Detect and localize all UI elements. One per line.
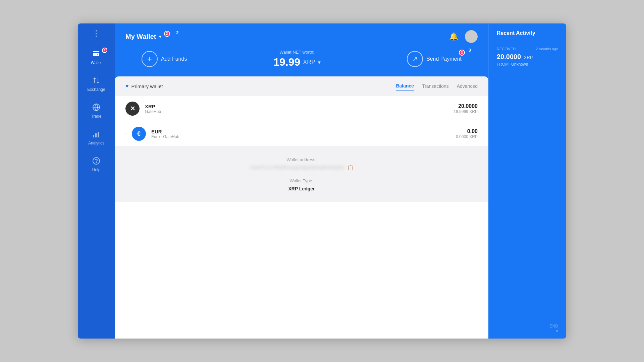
tab-balance[interactable]: Balance (396, 82, 414, 90)
trade-icon (92, 103, 101, 112)
exchange-icon (92, 76, 101, 85)
right-panel: Recent Activity RECEIVED 2 months ago 20… (488, 23, 566, 339)
sidebar-item-analytics[interactable]: Analytics (78, 125, 115, 149)
sidebar-item-wallet[interactable]: 1 Wallet (78, 45, 115, 69)
eur-icon: € (132, 127, 146, 141)
header-badge-2: 2 (164, 31, 170, 37)
activity-currency: XRP (524, 55, 533, 60)
app-container: 1 Wallet Exchange (78, 23, 566, 339)
tab-advanced[interactable]: Advanced (457, 82, 478, 90)
sidebar-dots (96, 30, 97, 37)
exchange-label: Exchange (87, 87, 105, 92)
help-icon (92, 156, 101, 166)
primary-wallet-label: ♥ Primary wallet (125, 83, 163, 89)
eur-name: EUR (151, 129, 456, 134)
end-dot (497, 330, 558, 332)
eur-info: EUR Euro · GateHub (151, 129, 456, 139)
xrp-icon: ✕ (125, 102, 140, 116)
activity-amount: 20.0000 (497, 53, 521, 60)
balance-row-eur: € EUR Euro · GateHub 0.00 0.0000 XRP (115, 121, 488, 146)
xrp-xrp-amount: 19.9999 XRP (454, 109, 478, 114)
bell-icon[interactable]: 🔔 (449, 32, 458, 41)
wallet-net-amount: 19.99 (273, 56, 300, 68)
wallet-net-value-row: 19.99 XRP ▾ (273, 56, 320, 68)
recent-activity-title: Recent Activity (497, 30, 558, 36)
activity-from-label: FROM (497, 62, 508, 67)
content-panel: ♥ Primary wallet Balance Transactions Ad… (115, 76, 488, 339)
svg-rect-9 (95, 133, 97, 137)
svg-rect-10 (98, 132, 99, 137)
add-funds-label: Add Funds (161, 56, 187, 62)
badge-number-2: 2 (176, 30, 178, 35)
header-badge-3: 3 (459, 50, 465, 56)
header: My Wallet ▾ 2 2 🔔 (115, 23, 488, 50)
sidebar-item-exchange[interactable]: Exchange (78, 72, 115, 96)
balance-list: ✕ XRP GateHub 20.0000 19.9999 XRP € (115, 96, 488, 339)
action-bar: ＋ Add Funds Wallet NET worth: 19.99 XRP … (115, 50, 488, 76)
wallet-type-label: Wallet Type: (290, 178, 314, 183)
analytics-label: Analytics (88, 141, 104, 145)
sidebar: 1 Wallet Exchange (78, 23, 115, 339)
end-dot-circle (556, 330, 558, 332)
wallet-net-currency: XRP (303, 59, 315, 66)
activity-item-0: RECEIVED 2 months ago 20.0000 XRP FROM U… (497, 43, 558, 71)
activity-time: 2 months ago (536, 47, 558, 51)
tab-transactions[interactable]: Transactions (422, 82, 449, 90)
send-payment-wrap: ↗ Send Payment 3 3 (407, 51, 462, 67)
wallet-address-value: rHbHf7LcvYfREBHnaq9nWpD8dXqMXD8QRC 📋 (250, 165, 353, 170)
activity-from: FROM Unknown (497, 62, 558, 67)
eur-source: Euro · GateHub (151, 134, 456, 139)
eur-main-amount: 0.00 (456, 128, 478, 134)
eur-amounts: 0.00 0.0000 XRP (456, 128, 478, 139)
eur-xrp-amount: 0.0000 XRP (456, 134, 478, 139)
end-label: END (497, 324, 558, 328)
header-title-wrap: My Wallet ▾ 2 2 (125, 33, 161, 41)
xrp-info: XRP GateHub (145, 104, 454, 114)
send-payment-icon: ↗ (407, 51, 423, 67)
dot-2 (96, 33, 97, 34)
avatar[interactable] (465, 30, 478, 43)
trade-label: Trade (91, 114, 102, 119)
balance-row-xrp: ✕ XRP GateHub 20.0000 19.9999 XRP (115, 96, 488, 121)
xrp-name: XRP (145, 104, 454, 109)
activity-from-value: Unknown (511, 62, 528, 67)
activity-end-section: END (497, 320, 558, 332)
primary-wallet-text: Primary wallet (131, 83, 163, 89)
chevron-down-icon: ▾ (159, 34, 161, 39)
wallet-net-label: Wallet NET worth: (279, 50, 314, 55)
xrp-amounts: 20.0000 19.9999 XRP (454, 103, 478, 114)
dot-1 (96, 30, 97, 32)
panel-header: ♥ Primary wallet Balance Transactions Ad… (115, 76, 488, 96)
wallet-info-section: Wallet address: rHbHf7LcvYfREBHnaq9nWpD8… (115, 146, 488, 202)
badge-number-3: 3 (469, 48, 471, 53)
add-funds-icon: ＋ (142, 51, 158, 67)
sidebar-item-trade[interactable]: Trade (78, 99, 115, 123)
header-right: 🔔 (449, 30, 478, 43)
help-label: Help (92, 168, 101, 172)
svg-rect-8 (93, 135, 94, 137)
dot-3 (96, 36, 97, 37)
wallet-net-worth: Wallet NET worth: 19.99 XRP ▾ (273, 50, 320, 68)
xrp-main-amount: 20.0000 (454, 103, 478, 109)
send-payment-button[interactable]: ↗ Send Payment (407, 51, 462, 67)
wallet-type-value: XRP Ledger (288, 186, 315, 191)
heart-icon: ♥ (125, 83, 129, 89)
wallet-net-chevron[interactable]: ▾ (318, 60, 320, 65)
analytics-icon (92, 129, 101, 139)
copy-icon[interactable]: 📋 (347, 165, 353, 170)
wallet-label: Wallet (91, 60, 102, 65)
xrp-source: GateHub (145, 109, 454, 114)
activity-row-top: RECEIVED 2 months ago (497, 47, 558, 51)
activity-amount-row: 20.0000 XRP (497, 53, 558, 61)
row-indicator-eur (125, 133, 126, 134)
activity-type: RECEIVED (497, 47, 516, 51)
header-title: My Wallet (125, 33, 156, 41)
add-funds-button[interactable]: ＋ Add Funds (142, 51, 187, 67)
panel-tabs: Balance Transactions Advanced (396, 82, 478, 90)
wallet-address-text: rHbHf7LcvYfREBHnaq9nWpD8dXqMXD8QRC (250, 165, 345, 170)
wallet-badge: 1 (102, 48, 107, 53)
wallet-address-label: Wallet address: (286, 157, 316, 162)
send-payment-label: Send Payment (426, 56, 462, 62)
wallet-icon (92, 49, 101, 58)
sidebar-item-help[interactable]: Help (78, 152, 115, 176)
